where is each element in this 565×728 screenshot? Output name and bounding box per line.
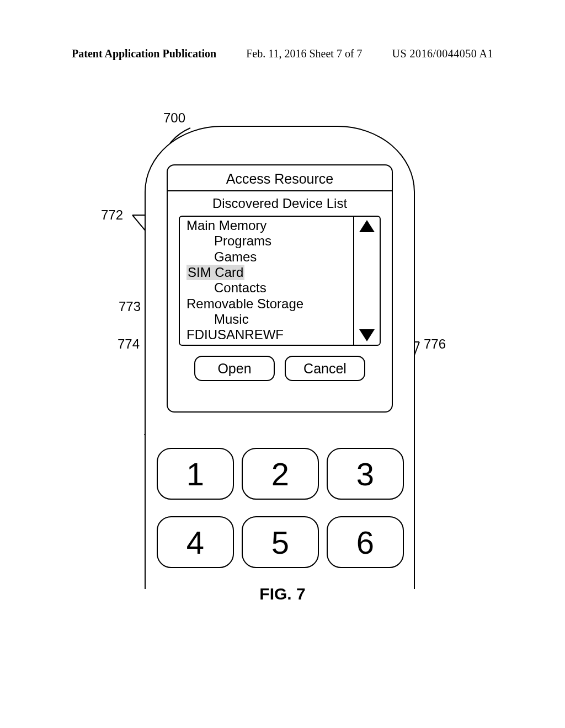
list-item-label: SIM Card (186, 265, 244, 280)
key-3[interactable]: 3 (327, 448, 404, 500)
key-1[interactable]: 1 (157, 448, 234, 500)
scroll-up-icon[interactable] (359, 220, 375, 232)
list-item-label: Programs (214, 233, 271, 248)
action-row: Open Cancel (168, 356, 392, 381)
list-heading: Discovered Device List (168, 191, 392, 213)
ref-776: 776 (424, 336, 446, 352)
list-item[interactable]: FDIUSANREWF (182, 327, 351, 342)
key-4[interactable]: 4 (157, 516, 234, 568)
list-item-label: Games (214, 249, 257, 264)
header-right: US 2016/0044050 A1 (392, 47, 493, 60)
list-item[interactable]: Music (182, 312, 351, 327)
list-item[interactable]: Removable Storage (182, 296, 351, 312)
key-6[interactable]: 6 (327, 516, 404, 568)
key-5[interactable]: 5 (242, 516, 319, 568)
header-center: Feb. 11, 2016 Sheet 7 of 7 (246, 47, 362, 60)
keypad: 1 2 3 4 5 6 (153, 448, 407, 585)
scroll-down-icon[interactable] (359, 329, 375, 341)
list-item-label: FDIUSANREWF (186, 327, 284, 342)
open-button[interactable]: Open (194, 356, 275, 381)
list-item-selected[interactable]: SIM Card (182, 265, 351, 280)
key-2[interactable]: 2 (242, 448, 319, 500)
list-item-label: Removable Storage (186, 296, 303, 311)
list-item[interactable]: Programs (182, 233, 351, 249)
list-item-label: Contacts (214, 280, 266, 295)
device-list[interactable]: Main Memory Programs Games SIM Card Cont… (180, 217, 353, 345)
list-item[interactable]: Games (182, 249, 351, 265)
ref-774: 774 (118, 336, 140, 352)
ref-700: 700 (163, 110, 185, 126)
list-item-label: Main Memory (186, 218, 266, 233)
header-left: Patent Application Publication (72, 47, 216, 60)
list-item-label: Music (214, 312, 249, 326)
page-header: Patent Application Publication Feb. 11, … (0, 47, 565, 60)
screen-title: Access Resource (168, 165, 392, 188)
ref-773: 773 (119, 299, 141, 314)
ref-772: 772 (101, 207, 123, 223)
device-list-frame: Main Memory Programs Games SIM Card Cont… (179, 216, 381, 346)
cancel-button[interactable]: Cancel (285, 356, 365, 381)
list-item[interactable]: Contacts (182, 280, 351, 296)
list-item[interactable]: Main Memory (182, 218, 351, 233)
figure-caption: FIG. 7 (0, 585, 565, 603)
device-screen: Access Resource Discovered Device List M… (167, 164, 393, 413)
scrollbar[interactable] (353, 217, 380, 345)
